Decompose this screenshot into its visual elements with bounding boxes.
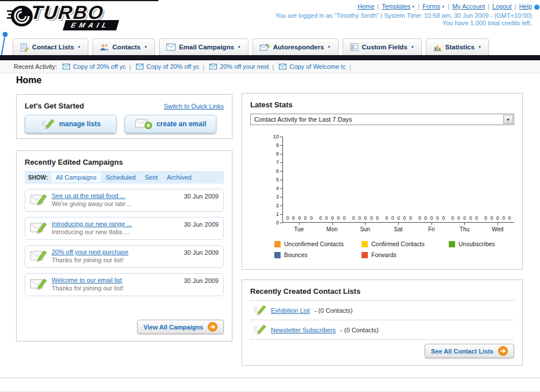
top-link-templates[interactable]: Templates: [382, 3, 410, 10]
chart-group-wed: 00000: [481, 215, 514, 222]
value-label: 0: [409, 215, 412, 221]
value-label: 0: [385, 215, 388, 221]
see-all-contact-lists-button[interactable]: See All Contact Lists: [425, 344, 514, 358]
envelope-small-icon: [209, 64, 217, 69]
value-label: 0: [496, 215, 499, 221]
campaigns-title: Recently Edited Campaigns: [25, 158, 224, 166]
value-label: 0: [418, 215, 421, 221]
x-axis-label: Mon: [316, 223, 349, 232]
campaign-title-link[interactable]: Welcome to our email list: [52, 277, 179, 284]
pencil-write-icon: [252, 324, 266, 336]
top-link-forms[interactable]: Forms: [422, 3, 440, 10]
top-link-help[interactable]: Help: [519, 3, 532, 10]
page: TURBO EMAIL Home|Templates▼|Forms▼|My Ac…: [0, 0, 540, 392]
legend-unsubscribes: Unsubscribes: [449, 240, 514, 247]
campaign-subtitle: Introducing our new Italia ...: [52, 228, 179, 235]
chart-group-sun: 00000: [349, 215, 382, 222]
logo-text-email: EMAIL: [63, 20, 119, 30]
nav-tab-contacts[interactable]: Contacts▼: [92, 38, 155, 55]
value-label: 0: [358, 215, 361, 221]
campaign-tab-all-campaigns[interactable]: All Campaigns: [51, 173, 101, 182]
nav-tab-custom-fields[interactable]: Custom Fields▼: [343, 38, 422, 55]
top-link-my-account[interactable]: My Account: [452, 3, 485, 10]
value-label: 0: [370, 215, 373, 221]
envelope-pencil-icon: [30, 220, 47, 235]
y-axis-tick: 5: [276, 177, 282, 183]
top-edge-line: [0, 0, 158, 1]
email-campaigns-icon: [166, 44, 176, 51]
recent-activity-item[interactable]: Copy of 20% off yc: [63, 63, 126, 70]
campaign-tab-archived[interactable]: Archived: [162, 173, 196, 182]
top-links: Home|Templates▼|Forms▼|My Account|Logout…: [358, 3, 532, 10]
chevron-down-icon: ▼: [503, 115, 513, 124]
recent-activity-item[interactable]: Copy of 20% off yc: [136, 63, 199, 70]
envelope-small-icon: [63, 64, 70, 69]
envelope-pencil-icon: [30, 276, 47, 291]
value-label: 0: [292, 215, 295, 221]
campaign-date: 30 Jun 2009: [184, 248, 219, 256]
nav-tab-label: Statistics: [445, 44, 475, 51]
contact-list-link[interactable]: Newsletter Subscribers: [271, 327, 336, 333]
contact-list-items: Exhibition List- (0 Contacts)Newsletter …: [250, 300, 514, 340]
value-label: 0: [391, 215, 394, 221]
switch-quick-links-link[interactable]: Switch to Quick Links: [164, 103, 224, 110]
stats-period-value: Contact Activity for the Last 7 Days: [254, 116, 352, 123]
campaign-title-link[interactable]: Introducing our new range ...: [52, 220, 179, 227]
campaign-tab-scheduled[interactable]: Scheduled: [101, 173, 140, 182]
y-axis-tick: 7: [276, 160, 282, 165]
campaign-title-link[interactable]: See us at the retail food ...: [52, 192, 179, 199]
value-label: 0: [397, 215, 400, 221]
value-label: 0: [430, 215, 433, 221]
legend-swatch: [449, 241, 455, 247]
autoresponders-icon: [260, 44, 270, 51]
recent-activity-item[interactable]: Copy of Welcome tc: [279, 63, 345, 70]
x-axis-label: Fri: [415, 223, 448, 232]
value-label: 0: [343, 215, 346, 221]
value-label: 0: [304, 215, 307, 221]
contact-list-count: - (0 Contacts): [340, 327, 379, 333]
stats-period-select[interactable]: Contact Activity for the Last 7 Days ▼: [250, 114, 514, 125]
legend-confirmed-contacts: Confirmed Contacts: [362, 240, 449, 247]
nav-tab-label: Custom Fields: [362, 44, 407, 51]
envelope-small-icon: [279, 64, 286, 69]
chevron-down-icon: ▼: [441, 5, 445, 9]
page-title: Home: [16, 75, 41, 86]
view-all-campaigns-button[interactable]: View All Campaigns: [137, 320, 224, 334]
value-label: 0: [475, 215, 478, 221]
chart-y-axis: 109876543210: [267, 137, 282, 223]
x-axis-label: Thu: [448, 223, 481, 232]
chart-group-sat: 00000: [382, 215, 415, 222]
top-link-logout[interactable]: Logout: [492, 3, 512, 10]
contact-lists-icon: [20, 43, 29, 52]
statistics-icon: [433, 43, 442, 51]
contact-list-row: Exhibition List- (0 Contacts): [250, 301, 514, 320]
campaign-tab-sent[interactable]: Sent: [140, 173, 162, 182]
campaign-row: Welcome to our email listThanks for join…: [25, 273, 224, 296]
campaign-subtitle: Thanks for joining our list!: [52, 285, 179, 292]
footer-divider: [0, 378, 540, 378]
campaign-list: See us at the retail food ...We're givin…: [25, 189, 224, 296]
value-label: 0: [424, 215, 427, 221]
nav-tab-autoresponders[interactable]: Autoresponders▼: [252, 38, 339, 55]
value-label: 0: [403, 215, 406, 221]
chart-group-thu: 00000: [448, 215, 481, 222]
value-label: 0: [310, 215, 313, 221]
get-started-title: Let's Get Started: [25, 102, 84, 110]
nav-tab-contact-lists[interactable]: Contact Lists▼: [13, 38, 88, 55]
login-status: You are logged in as "Timothy Smith" | S…: [275, 12, 532, 19]
turbo-email-logo: TURBO EMAIL: [7, 3, 118, 30]
nav-tab-label: Autoresponders: [273, 44, 324, 51]
top-link-home[interactable]: Home: [358, 3, 374, 10]
contact-lists-title: Recently Created Contact Lists: [250, 287, 514, 296]
value-label: 0: [484, 215, 487, 221]
create-an-email-button[interactable]: create an email: [125, 115, 216, 133]
value-label: 0: [331, 215, 334, 221]
recent-activity-item[interactable]: 20% off your next: [209, 63, 269, 70]
nav-tab-label: Contacts: [112, 44, 141, 51]
y-axis-tick: 3: [276, 194, 282, 200]
contact-list-link[interactable]: Exhibition List: [271, 307, 310, 314]
manage-lists-button[interactable]: manage lists: [25, 115, 116, 133]
nav-tab-statistics[interactable]: Statistics▼: [426, 38, 489, 55]
campaign-title-link[interactable]: 20% off your next purchase: [52, 249, 179, 255]
nav-tab-email-campaigns[interactable]: Email Campaigns▼: [159, 38, 248, 55]
